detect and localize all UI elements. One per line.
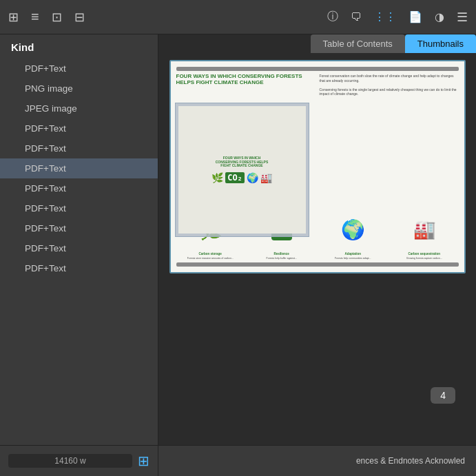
sidebar-bottom: 14160 w ⊞ (0, 445, 158, 476)
sidebar-item-1[interactable]: PNG image (0, 79, 158, 99)
info-icon[interactable]: ⓘ (327, 10, 338, 24)
infographic-headline: FOUR WAYS IN WHICH CONSERVING FORESTS HE… (176, 74, 315, 86)
sidebar-item-9[interactable]: PDF+Text (0, 238, 158, 258)
page-title-right: Forest conservation can both slow the ra… (320, 74, 459, 96)
col-3-desc: Growing forests capture carbon... (406, 257, 442, 260)
sidebar-item-3[interactable]: PDF+Text (0, 118, 158, 138)
thumb-factory-icon: 🏭 (260, 172, 272, 183)
thumb-leaf-icon: 🌿 (211, 172, 223, 183)
col-2-desc: Forests help communities adapt... (335, 257, 371, 260)
thumb-headline: FOUR WAYS IN WHICHCONSERVING FORESTS HEL… (216, 156, 269, 168)
thumb-icons-row: 🌿 CO₂ 🌍 🏭 (211, 172, 272, 183)
word-count: 14160 w (8, 454, 132, 468)
col-3-label: Carbon sequestration (408, 252, 440, 256)
columns-view-icon[interactable]: ⊡ (52, 10, 62, 25)
sidebar-item-2[interactable]: JPEG image (0, 99, 158, 118)
grid-icon[interactable]: ⊞ (8, 10, 19, 25)
document-page: FOUR WAYS IN WHICH CONSERVING FORESTS HE… (169, 60, 466, 273)
bullets-icon[interactable]: ⋮⋮ (374, 10, 396, 23)
panels-icon[interactable]: ⊟ (74, 10, 85, 25)
thumbnail-overlay: FOUR WAYS IN WHICHCONSERVING FORESTS HEL… (175, 103, 309, 237)
thumb-co2-icon: CO₂ (225, 172, 245, 183)
tab-table-of-contents[interactable]: Table of Contents (311, 34, 405, 53)
menu-icon[interactable]: ☰ (457, 10, 468, 25)
sidebar-item-8[interactable]: PDF+Text (0, 218, 158, 238)
sidebar-header: Kind (0, 34, 158, 59)
thumb-globe-icon: 🌍 (247, 172, 258, 183)
document-container: FOUR WAYS IN WHICH CONSERVING FORESTS HE… (158, 53, 476, 445)
page-icon[interactable]: 📄 (408, 10, 422, 23)
bottom-nav: ences & Endnotes Acknowled (158, 445, 476, 476)
sidebar-item-5[interactable]: PDF+Text (0, 158, 158, 178)
sidebar-item-0[interactable]: PDF+Text (0, 59, 158, 79)
comment-icon[interactable]: 🗨 (351, 11, 362, 23)
columns-tool-icon[interactable]: ⊞ (138, 453, 149, 469)
page-top-bar (176, 67, 459, 71)
col-0-label: Carbon storage (199, 252, 222, 256)
page-bottom-bar (176, 262, 459, 267)
sidebar-item-7[interactable]: PDF+Text (0, 198, 158, 218)
col-2-label: Adaptation (345, 252, 362, 256)
infographic-col-2: 🌍 Adaptation Forests help communities ad… (319, 209, 388, 260)
col-1-label: Resilience (274, 252, 289, 256)
factory-icon: 🏭 (390, 209, 459, 251)
toolbar: ⊞ ≡ ⊡ ⊟ ⓘ 🗨 ⋮⋮ 📄 ◑ ☰ (0, 0, 476, 34)
thumbnail-mini: FOUR WAYS IN WHICHCONSERVING FORESTS HEL… (178, 106, 306, 234)
page-title-left: FOUR WAYS IN WHICH CONSERVING FORESTS HE… (176, 74, 315, 96)
sidebar-item-6[interactable]: PDF+Text (0, 178, 158, 198)
bottom-nav-text: ences & Endnotes Acknowled (356, 456, 465, 466)
list-icon[interactable]: ≡ (31, 9, 39, 25)
main-content: Table of Contents Thumbnails FOUR WAYS I… (158, 34, 476, 445)
page-number-badge: 4 (431, 387, 455, 404)
tab-thumbnails[interactable]: Thumbnails (405, 34, 476, 53)
circle-half-icon[interactable]: ◑ (435, 10, 444, 23)
infographic-col-3: 🏭 Carbon sequestration Growing forests c… (390, 209, 459, 260)
sidebar-item-10[interactable]: PDF+Text (0, 258, 158, 278)
col-1-desc: Forests help buffer against... (267, 257, 297, 260)
sidebar: Kind PDF+Text PNG image JPEG image PDF+T… (0, 34, 158, 445)
col-0-desc: Forests store massive amounts of carbon.… (187, 257, 234, 260)
page-title-row: FOUR WAYS IN WHICH CONSERVING FORESTS HE… (176, 74, 459, 96)
sidebar-item-4[interactable]: PDF+Text (0, 138, 158, 158)
globe-icon: 🌍 (319, 209, 388, 251)
